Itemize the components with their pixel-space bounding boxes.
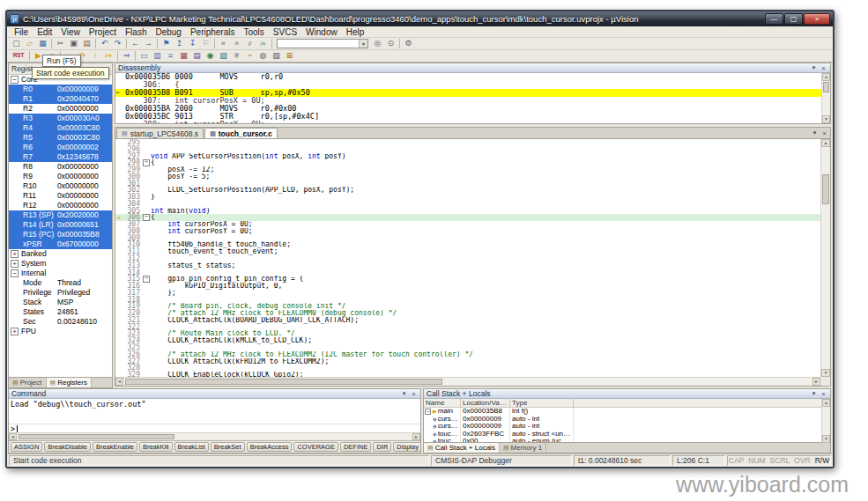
register-row-states[interactable]: States24861 <box>9 307 112 317</box>
bookmark-toggle-icon[interactable]: ⚑ <box>160 38 173 49</box>
navigate-forward-icon[interactable]: → <box>142 38 155 49</box>
code-line-316[interactable]: 316 kGPIO_DigitalOutput, 0, <box>115 283 820 290</box>
code-line-320[interactable]: 320 /* attach 12 MHz clock to FLEXCOMM0 … <box>115 310 820 317</box>
menu-item-project[interactable]: Project <box>85 27 121 37</box>
register-row-r4[interactable]: R40x00003C80 <box>9 123 112 133</box>
menu-item-view[interactable]: View <box>56 27 85 37</box>
copy-icon[interactable]: ▣ <box>67 38 80 49</box>
command-button-define[interactable]: DEFINE <box>340 442 372 452</box>
close-icon[interactable]: × <box>820 130 828 136</box>
scroll-right-icon[interactable]: ► <box>812 378 820 386</box>
code-line-312[interactable]: 312 <box>115 255 820 262</box>
code-line-298[interactable]: 298−{ <box>115 159 820 166</box>
command-caption[interactable]: Command ▾ × <box>9 389 420 399</box>
command-button-breakenable[interactable]: BreakEnable <box>93 442 137 452</box>
scroll-down-icon[interactable]: ▼ <box>822 115 830 123</box>
register-row-r1[interactable]: R10x20040470 <box>9 94 112 104</box>
register-row-r12[interactable]: R120x00000000 <box>9 201 112 210</box>
register-row-r9[interactable]: R90x00000000 <box>9 172 112 181</box>
code-line-324[interactable]: 324 CLOCK_AttachClk(kMCLK_to_LCD_CLK); <box>115 337 820 344</box>
register-row-sec[interactable]: Sec0.00248610 <box>9 317 112 327</box>
dropdown-icon[interactable]: ▾ <box>811 129 819 136</box>
scroll-up-icon[interactable]: ▲ <box>822 73 830 81</box>
editor-tab-startup-lpc54608-s[interactable]: ▤startup_LPC54608.s <box>116 128 204 138</box>
scroll-left-icon[interactable]: ◄ <box>9 433 17 440</box>
code-line-328[interactable]: 328 <box>115 365 820 372</box>
code-line-296[interactable]: 296 <box>115 146 820 153</box>
column-header-name[interactable]: Name <box>424 399 461 407</box>
callstack-row-cursorposx[interactable]: ◆cursorPosX0x00000009auto - int <box>424 416 830 424</box>
register-row-xpsr[interactable]: xPSR0x67000000 <box>9 239 112 249</box>
comment-selection-icon[interactable]: // <box>243 38 256 49</box>
code-line-310[interactable]: 310 ft5406_handle_t touch_handle; <box>115 241 820 248</box>
editor-vscrollbar[interactable]: ▲ ▼ <box>820 139 830 377</box>
code-line-326[interactable]: 326 /* attach 12 MHz clock to FLEXCOMM2 … <box>115 351 820 358</box>
command-button-breakaccess[interactable]: BreakAccess <box>247 442 293 452</box>
code-line-301[interactable]: 301 <box>115 181 820 188</box>
column-header-type[interactable]: Type <box>510 399 574 407</box>
callstack-row-cursorposy[interactable]: ◆cursorPosY0x00000009auto - int <box>424 423 830 431</box>
command-button-breakdisable[interactable]: BreakDisable <box>44 442 91 452</box>
code-line-305[interactable]: 305int main(void) <box>115 208 820 215</box>
maximize-button[interactable]: ▢ <box>784 13 803 25</box>
indent-icon[interactable]: » <box>230 38 243 49</box>
code-line-318[interactable]: 318 <box>115 297 820 304</box>
pin-icon[interactable]: ▾ <box>400 390 408 397</box>
open-folder-icon[interactable]: ▱ <box>23 38 36 49</box>
find-in-files-icon[interactable]: ◎ <box>371 38 384 49</box>
call-stack-window-toggle[interactable]: ▤ <box>190 50 204 62</box>
menu-item-svcs[interactable]: SVCS <box>269 27 301 37</box>
find-icon[interactable]: ⊙ <box>384 38 397 49</box>
column-header-location-value[interactable]: Location/Value <box>461 399 510 407</box>
register-row-r2[interactable]: R20x00000000 <box>9 104 112 114</box>
scroll-thumb[interactable] <box>822 174 829 204</box>
callstack-row-main[interactable]: −▶main0x000035B8int f() <box>424 408 830 416</box>
callstack-row-touch-handle[interactable]: ◆touch_handle0x2603FFBCauto - struct <un… <box>424 431 830 438</box>
pin-icon[interactable]: ▾ <box>810 64 818 71</box>
save-icon[interactable]: ▦ <box>36 38 49 49</box>
run-to-cursor-button[interactable]: ↦ <box>102 50 115 62</box>
tab-memory-1[interactable]: ▤Memory 1 <box>500 443 546 453</box>
registers-window-toggle[interactable]: ▦ <box>177 50 190 62</box>
command-hscrollbar[interactable]: ◄ ► <box>9 432 420 440</box>
reset-cpu-button[interactable]: RST <box>10 50 27 62</box>
register-row-r14-lr[interactable]: R14 (LR)0x00000651 <box>9 220 112 230</box>
command-window-toggle[interactable]: ▭ <box>137 50 151 62</box>
disassembly-caption[interactable]: Disassembly ▾ × <box>115 63 830 73</box>
code-line-306[interactable]: ►306−{ <box>115 214 820 221</box>
menu-item-help[interactable]: Help <box>342 27 369 37</box>
symbol-window-toggle[interactable]: ≡ <box>164 50 177 62</box>
disassembly-source-line[interactable]: 308: int cursorPosY = 0U; <box>115 121 821 123</box>
command-button-coverage[interactable]: COVERAGE <box>293 442 338 452</box>
close-icon[interactable]: × <box>410 391 418 397</box>
code-line-325[interactable]: 325 <box>115 344 820 351</box>
scroll-thumb[interactable] <box>823 82 829 92</box>
code-line-302[interactable]: 302 LCDC_SetCursorPosition(APP_LCD, posX… <box>115 187 820 194</box>
scroll-up-icon[interactable]: ▲ <box>822 399 830 407</box>
code-line-297[interactable]: 297void APP_SetCursorPosition(int posX, … <box>115 153 820 160</box>
outdent-icon[interactable]: « <box>217 38 230 49</box>
command-button-breaklist[interactable]: BreakList <box>174 442 209 452</box>
register-row-r0[interactable]: R00x00000009 <box>9 85 112 94</box>
code-line-307[interactable]: 307 int cursorPosX = 0U; <box>115 221 820 228</box>
disassembly-vscrollbar[interactable]: ▲ ▼ <box>821 73 830 123</box>
pin-icon[interactable]: ▾ <box>810 390 818 397</box>
scroll-thumb[interactable] <box>125 379 442 385</box>
register-row-r10[interactable]: R100x00000000 <box>9 181 112 191</box>
command-button-dir[interactable]: DIR <box>373 442 391 452</box>
uncomment-selection-icon[interactable]: /× <box>256 38 270 49</box>
register-row-r8[interactable]: R80x00000000 <box>9 162 112 172</box>
register-row-mode[interactable]: ModeThread <box>9 278 112 288</box>
code-line-308[interactable]: 308 int cursorPosY = 0U; <box>115 228 820 235</box>
cut-icon[interactable]: ✂ <box>54 38 67 49</box>
register-row-system[interactable]: +System <box>9 259 112 269</box>
toolbox-button[interactable]: ⊞ <box>283 50 296 62</box>
show-next-statement-button[interactable]: ⇒ <box>120 50 133 62</box>
register-row-r7[interactable]: R70x12345678 <box>9 152 112 162</box>
disassembly-content[interactable]: 0x000035B6 0000 MOVS r0,r0 306: { ►0x000… <box>115 73 821 123</box>
command-output[interactable]: Load "debug\\touch_cursor.out" <box>9 399 420 424</box>
expand-icon[interactable]: + <box>11 250 19 258</box>
options-icon[interactable]: ⚙ <box>402 38 415 49</box>
title-bar[interactable]: µ C:\Users\b45989\OneDrive - NXP\LPC Mar… <box>7 11 833 26</box>
trace-window-toggle[interactable]: ◍ <box>256 50 270 62</box>
